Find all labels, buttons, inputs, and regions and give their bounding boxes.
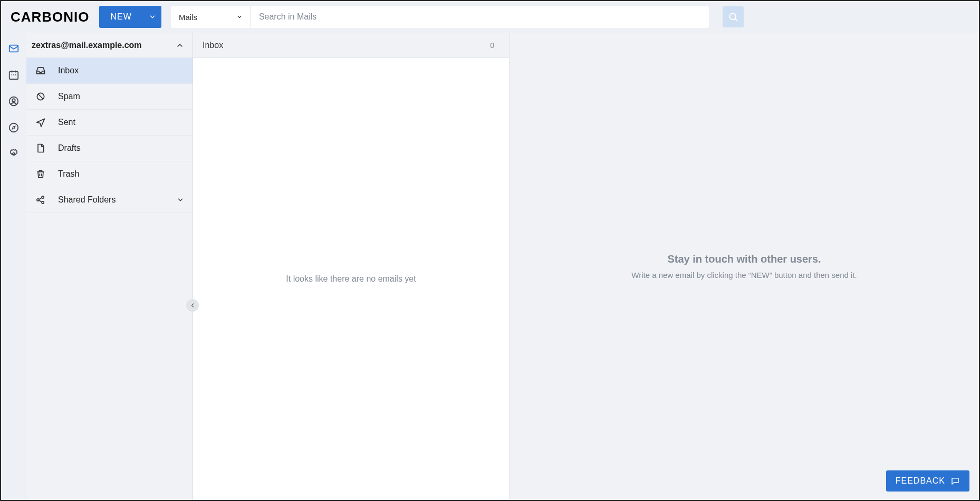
compass-icon (8, 122, 20, 133)
inbox-icon (35, 65, 46, 76)
detail-empty-subtitle: Write a new email by clicking the “NEW” … (631, 271, 857, 280)
chevron-left-icon (189, 302, 196, 309)
folder-shared[interactable]: Shared Folders (26, 187, 193, 213)
app-rail-mail[interactable] (7, 42, 20, 55)
message-list-empty-text: It looks like there are no emails yet (286, 274, 416, 284)
message-detail-pane: Stay in touch with other users. Write a … (510, 33, 979, 500)
folder-label: Drafts (58, 143, 81, 153)
app-rail-search[interactable] (7, 121, 20, 134)
sent-icon (35, 117, 46, 128)
svg-point-11 (9, 123, 18, 132)
chevron-down-icon (177, 196, 184, 204)
chevron-down-icon (236, 14, 243, 20)
folder-inbox[interactable]: Inbox (26, 58, 193, 84)
message-list-pane: Inbox 0 It looks like there are no email… (193, 33, 510, 500)
feedback-label: FEEDBACK (896, 476, 945, 486)
new-button[interactable]: NEW (99, 6, 161, 28)
drafts-icon (35, 142, 46, 154)
spam-icon (35, 91, 46, 102)
brand-logo: CARBONIO (11, 9, 90, 25)
search-group: Mails (171, 6, 709, 28)
folder-drafts[interactable]: Drafts (26, 136, 193, 161)
app-rail-settings[interactable] (7, 148, 20, 160)
account-email: zextras@mail.example.com (32, 41, 142, 50)
app-rail-contacts[interactable] (7, 95, 20, 108)
message-list-header: Inbox 0 (193, 33, 509, 58)
folder-trash[interactable]: Trash (26, 161, 193, 187)
account-row[interactable]: zextras@mail.example.com (26, 33, 193, 58)
sidebar: zextras@mail.example.com Inbox Spam (26, 33, 193, 500)
message-list-empty: It looks like there are no emails yet (193, 58, 509, 500)
folder-spam[interactable]: Spam (26, 84, 193, 110)
app-rail-calendar[interactable] (7, 69, 20, 81)
folder-label: Sent (58, 118, 75, 127)
message-detail-empty: Stay in touch with other users. Write a … (631, 253, 857, 280)
folder-label: Shared Folders (58, 195, 116, 205)
trash-icon (35, 168, 46, 180)
folder-label: Inbox (58, 66, 79, 75)
folder-label: Trash (58, 169, 79, 179)
search-input[interactable] (251, 6, 708, 27)
new-button-label: NEW (99, 12, 143, 22)
mail-icon (8, 43, 20, 54)
message-list-title: Inbox (203, 41, 223, 50)
app-rail (1, 33, 26, 500)
svg-point-6 (11, 74, 12, 75)
topbar: CARBONIO NEW Mails (1, 1, 979, 33)
svg-line-21 (39, 200, 42, 202)
search-button[interactable] (723, 6, 744, 27)
svg-line-14 (38, 94, 43, 99)
new-button-dropdown[interactable] (143, 13, 161, 21)
svg-point-8 (15, 74, 16, 75)
search-scope-label: Mails (179, 13, 197, 22)
folder-sent[interactable]: Sent (26, 110, 193, 136)
message-list-count: 0 (490, 41, 494, 50)
gear-icon (8, 148, 20, 160)
calendar-icon (8, 69, 20, 81)
folder-label: Spam (58, 92, 80, 101)
svg-line-1 (735, 19, 737, 21)
search-scope-dropdown[interactable]: Mails (171, 6, 251, 27)
chat-icon (950, 476, 960, 486)
feedback-button[interactable]: FEEDBACK (886, 470, 969, 492)
svg-line-20 (39, 198, 42, 199)
chevron-up-icon (176, 41, 184, 50)
share-icon (35, 194, 46, 206)
sidebar-collapse-handle[interactable] (186, 299, 199, 312)
svg-point-7 (13, 74, 14, 75)
person-circle-icon (8, 95, 20, 107)
svg-point-10 (12, 99, 15, 102)
chevron-down-icon (149, 13, 156, 21)
folder-list: Inbox Spam Sent (26, 58, 193, 213)
detail-empty-title: Stay in touch with other users. (631, 253, 857, 265)
search-icon (728, 12, 738, 22)
